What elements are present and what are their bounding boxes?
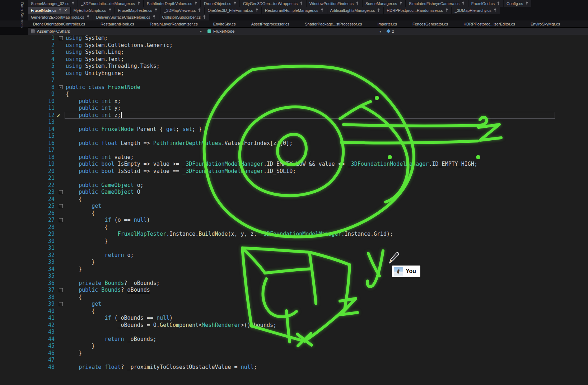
pin-icon[interactable] xyxy=(377,8,380,12)
code-line-10[interactable]: 10 public int x; xyxy=(0,98,588,105)
code-line-39[interactable]: 39- get xyxy=(0,301,588,308)
code-line-34[interactable]: 34 } xyxy=(0,266,588,273)
code-line-32[interactable]: 32 return o; xyxy=(0,252,588,259)
pin-icon[interactable] xyxy=(300,1,303,5)
close-icon[interactable]: × xyxy=(64,8,67,13)
pin-icon[interactable] xyxy=(153,15,156,19)
code-text[interactable]: private Bounds? _oBounds; xyxy=(66,280,588,287)
code-text[interactable]: public Bounds? oBounds xyxy=(66,287,588,294)
code-text[interactable]: } xyxy=(66,350,588,357)
pin-icon[interactable] xyxy=(137,1,140,5)
code-line-2[interactable]: 2using System.Collections.Generic; xyxy=(0,42,588,49)
code-text[interactable]: } xyxy=(66,259,588,266)
code-text[interactable]: public int value; xyxy=(66,154,588,161)
code-line-24[interactable]: 24 { xyxy=(0,196,588,203)
code-text[interactable]: { xyxy=(66,196,588,203)
code-line-38[interactable]: 38 { xyxy=(0,294,588,301)
code-text[interactable]: public int x; xyxy=(66,98,588,105)
code-line-36[interactable]: 36 private Bounds? _oBounds; xyxy=(0,280,588,287)
tab-collisionsubscriber-cs[interactable]: CollisionSubscriber.cs xyxy=(159,14,209,20)
code-text[interactable]: public float Length => PathfinderDepthVa… xyxy=(66,140,588,147)
tab--3dmapviewer-cs[interactable]: _3DMapViewer.cs xyxy=(161,7,204,14)
code-text[interactable]: return _oBounds; xyxy=(66,336,588,343)
code-text[interactable]: get xyxy=(66,301,588,308)
code-line-29[interactable]: 29 FruxelMapTester.Instance.BuildNode(x,… xyxy=(0,231,588,238)
pin-icon[interactable] xyxy=(203,15,206,19)
pin-icon[interactable] xyxy=(198,8,201,12)
tab-assetpreprocessor-cs[interactable]: AssetPreprocessor.cs xyxy=(248,20,292,27)
fold-collapse-icon[interactable]: - xyxy=(59,36,63,40)
code-line-9[interactable]: 9{ xyxy=(0,91,588,98)
code-text[interactable]: return o; xyxy=(66,252,588,259)
code-line-48[interactable]: 48 private float? _proximityToClosestObs… xyxy=(0,364,588,371)
pin-icon[interactable] xyxy=(194,1,197,5)
tab-config-cs[interactable]: Config.cs xyxy=(504,0,531,7)
tab-restaurantho-plemanager-cs[interactable]: RestaurantHo...pleManager.cs xyxy=(262,7,327,14)
code-text[interactable]: public bool IsEmpty => value >= _3DFound… xyxy=(66,161,588,168)
code-text[interactable]: } xyxy=(66,266,588,273)
pin-icon[interactable] xyxy=(87,15,90,19)
code-text[interactable]: public int y; xyxy=(66,105,588,112)
code-line-7[interactable]: 7 xyxy=(0,77,588,84)
code-line-11[interactable]: 11 public int y; xyxy=(0,105,588,112)
data-sources-tool-tab[interactable]: Data Sources xyxy=(20,2,24,28)
tab-importer-cs[interactable]: Importer.cs xyxy=(374,20,400,27)
code-text[interactable] xyxy=(66,119,588,126)
code-line-13[interactable]: 13 xyxy=(0,119,588,126)
tab-terrainlayerrandomizer-cs[interactable]: TerrainLayerRandomizer.cs xyxy=(147,20,201,27)
code-line-23[interactable]: 23- public GameObject O xyxy=(0,189,588,196)
code-text[interactable]: public class FruxelNode xyxy=(66,84,588,91)
pin-icon[interactable] xyxy=(154,8,158,12)
type-dropdown[interactable]: FruxelNode ▾ xyxy=(205,28,384,35)
code-line-18[interactable]: 18 public int value; xyxy=(0,154,588,161)
code-line-27[interactable]: 27- if (o == null) xyxy=(0,217,588,224)
code-text[interactable]: using System.Threading.Tasks; xyxy=(66,63,588,70)
code-text[interactable]: _oBounds = O.GetComponent<MeshRenderer>(… xyxy=(66,322,588,329)
code-line-41[interactable]: 41 if (_oBounds == null) xyxy=(0,315,588,322)
code-line-28[interactable]: 28 { xyxy=(0,224,588,231)
code-text[interactable]: using System.Collections.Generic; xyxy=(66,42,588,49)
code-line-30[interactable]: 30 } xyxy=(0,238,588,245)
code-text[interactable]: public int z; xyxy=(66,112,588,119)
code-text[interactable] xyxy=(66,133,588,140)
code-line-8[interactable]: 8-public class FruxelNode xyxy=(0,84,588,91)
code-text[interactable] xyxy=(66,175,588,182)
code-text[interactable]: } xyxy=(66,343,588,350)
code-text[interactable]: get xyxy=(66,203,588,210)
code-text[interactable]: } xyxy=(66,238,588,245)
tab-fencesgenerator-cs[interactable]: FencesGenerator.cs xyxy=(410,20,451,27)
code-text[interactable] xyxy=(66,147,588,154)
code-text[interactable]: { xyxy=(66,224,588,231)
tab-citygen3dgen-torwrapper-cs[interactable]: CityGen3DGen...torWrapper.cs xyxy=(240,0,306,7)
code-line-25[interactable]: 25- get xyxy=(0,203,588,210)
code-line-26[interactable]: 26 { xyxy=(0,210,588,217)
pin-icon[interactable] xyxy=(462,1,465,5)
code-line-5[interactable]: 5using System.Threading.Tasks; xyxy=(0,63,588,70)
code-line-1[interactable]: 1-using System; xyxy=(0,35,588,42)
tab--3dfoundatio-delmanager-cs[interactable]: _3DFoundatio...delManager.cs xyxy=(78,0,143,7)
tab-generator2exportmaptools-cs[interactable]: Generator2ExportMapTools.cs xyxy=(28,14,93,20)
pin-icon[interactable] xyxy=(108,8,112,12)
tab-hdrppostproc-randomizer-cs[interactable]: HDRPPostproc...Randomizer.cs xyxy=(384,7,451,14)
code-line-21[interactable]: 21 xyxy=(0,175,588,182)
tab-simulatedfisheyecamera-cs[interactable]: SimulatedFisheyeCamera.cs xyxy=(406,0,468,7)
tab-restauranthook-cs[interactable]: RestaurantHook.cs xyxy=(98,20,137,27)
tab-pathfinderdepthvalues-cs[interactable]: PathfinderDepthValues.cs xyxy=(144,0,200,7)
code-text[interactable]: if (o == null) xyxy=(66,217,588,224)
pin-icon[interactable] xyxy=(59,8,62,12)
code-line-14[interactable]: 14 public FruxelNode Parent { get; set; … xyxy=(0,126,588,133)
code-text[interactable]: { xyxy=(66,294,588,301)
fold-collapse-icon[interactable]: - xyxy=(59,190,63,194)
code-text[interactable] xyxy=(66,273,588,280)
tab-hdrppostproc-izereditor-cs[interactable]: HDRPPostproc...izerEditor.cs xyxy=(461,20,518,27)
code-line-42[interactable]: 42 _oBounds = O.GetComponent<MeshRendere… xyxy=(0,322,588,329)
project-dropdown[interactable]: Assembly-CSharp ▾ xyxy=(28,28,205,35)
pin-icon[interactable] xyxy=(233,1,237,5)
fold-collapse-icon[interactable]: - xyxy=(59,85,63,89)
tab-envirosky-cs[interactable]: EnviroSky.cs xyxy=(210,20,239,27)
code-line-19[interactable]: 19 public bool IsEmpty => value >= _3DFo… xyxy=(0,161,588,168)
code-line-16[interactable]: 16 public float Length => PathfinderDept… xyxy=(0,140,588,147)
code-text[interactable]: public GameObject o; xyxy=(66,182,588,189)
tab-fruxelgrid-cs[interactable]: FruxelGrid.cs xyxy=(468,0,503,7)
code-text[interactable]: using System; xyxy=(66,35,588,42)
